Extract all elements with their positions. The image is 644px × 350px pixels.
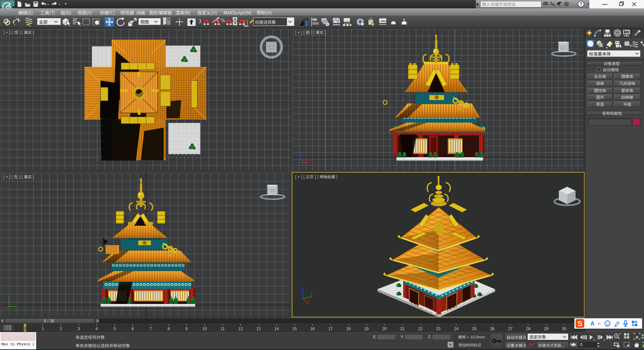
svg-text:y: y [302, 158, 304, 162]
svg-text:x: x [309, 158, 311, 162]
svg-text:11: 11 [220, 326, 225, 331]
svg-text:9: 9 [185, 326, 188, 331]
svg-text:17: 17 [328, 326, 333, 331]
svg-text:3: 3 [77, 326, 80, 331]
svg-text:23: 23 [436, 326, 441, 331]
svg-text:5: 5 [114, 326, 116, 331]
svg-text:?: ? [580, 1, 583, 7]
svg-text:22: 22 [418, 326, 423, 331]
svg-text:18: 18 [346, 326, 351, 331]
svg-text:,,: ,, [598, 319, 600, 325]
svg-text:8: 8 [167, 326, 170, 331]
svg-text:7: 7 [150, 326, 152, 331]
svg-text:13: 13 [256, 326, 261, 331]
svg-text:6: 6 [131, 326, 134, 331]
svg-text:A: A [590, 320, 594, 327]
svg-text:26: 26 [490, 326, 495, 331]
svg-text:z: z [10, 297, 12, 301]
svg-text:25: 25 [472, 326, 477, 331]
svg-text:15: 15 [292, 326, 297, 331]
svg-text:14: 14 [274, 326, 279, 331]
svg-text:28: 28 [526, 326, 531, 331]
svg-text:20: 20 [382, 326, 387, 331]
svg-text:19: 19 [364, 326, 369, 331]
svg-text:29: 29 [544, 326, 549, 331]
svg-text:1: 1 [305, 20, 308, 27]
svg-text:16: 16 [310, 326, 315, 331]
svg-text:24: 24 [454, 326, 459, 331]
svg-text:27: 27 [508, 326, 513, 331]
svg-text:1: 1 [42, 326, 44, 331]
svg-text:30: 30 [562, 326, 567, 331]
svg-text:4: 4 [96, 326, 98, 331]
svg-text:0: 0 [24, 326, 26, 331]
svg-text:12: 12 [238, 326, 243, 331]
svg-text:2: 2 [60, 326, 62, 331]
svg-text:10: 10 [202, 326, 207, 331]
svg-text:21: 21 [400, 326, 405, 331]
svg-text:S: S [578, 319, 583, 328]
